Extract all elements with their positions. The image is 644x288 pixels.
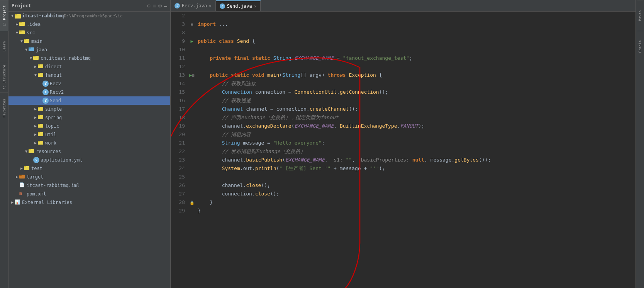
line-num-14: 14 xyxy=(171,79,185,88)
arrow-recv xyxy=(38,81,42,86)
gutter-9[interactable]: ▶ xyxy=(188,37,196,45)
arrow-pom xyxy=(15,192,19,196)
line-num-12: 12 xyxy=(171,62,185,71)
tree-item-src[interactable]: ▼ src xyxy=(8,29,170,37)
tree-label-fanout: fanout xyxy=(45,72,62,78)
tree-item-work[interactable]: ▶ work xyxy=(8,139,170,147)
brace-close-29: } xyxy=(198,207,201,215)
tree-item-direct[interactable]: ▶ direct xyxy=(8,62,170,71)
run-icon-13[interactable]: ▶ xyxy=(189,72,192,78)
line-num-11: 11 xyxy=(171,54,185,62)
tree-item-util[interactable]: ▶ util xyxy=(8,130,170,139)
code-line-3: import ... xyxy=(198,20,636,29)
gutter-3[interactable]: ⊞ xyxy=(188,20,196,29)
arrow-simple: ▶ xyxy=(33,107,38,111)
folder-icon-cn xyxy=(33,55,39,61)
line-num-27: 27 xyxy=(171,190,185,198)
structure-tab[interactable]: 7: Structure xyxy=(0,62,8,93)
yaml-file-icon: y xyxy=(33,157,39,163)
static-kw-13: static xyxy=(231,71,249,79)
minimize-icon[interactable]: — xyxy=(164,3,167,9)
tree-item-send[interactable]: C Send xyxy=(8,96,170,105)
tab-recv[interactable]: C Recv.java ✕ xyxy=(171,0,216,11)
favorites-tab[interactable]: Favorites xyxy=(0,93,8,123)
tree-item-test[interactable]: ▶ test xyxy=(8,164,170,173)
code-line-10 xyxy=(198,45,636,54)
right-tab-1[interactable]: Maven xyxy=(637,0,643,31)
tab-send[interactable]: C Send.java ✕ xyxy=(216,0,261,11)
arrow-direct: ▶ xyxy=(33,64,38,69)
code-line-14: // 获取到连接 xyxy=(198,79,636,88)
tree-item-resources[interactable]: ▼ resources xyxy=(8,147,170,156)
arrow-fanout: ▼ xyxy=(33,73,38,77)
tree-item-iml[interactable]: 📄 itcast-rabbitmq.iml xyxy=(8,181,170,190)
project-tab[interactable]: 1: Project xyxy=(0,0,8,31)
svg-rect-13 xyxy=(38,64,40,66)
learn-tab[interactable]: Learn xyxy=(0,31,8,62)
gutter-14 xyxy=(188,79,196,88)
code-line-23: channel . basicPublish ( EXCHANGE_NAME ,… xyxy=(198,156,636,164)
java-class-icon-send: C xyxy=(42,98,49,104)
collapse-icon[interactable]: ⊞ xyxy=(191,22,193,27)
iml-file-icon: 📄 xyxy=(19,182,25,189)
gutter-24 xyxy=(188,164,196,173)
tree-item-pom[interactable]: m pom.xml xyxy=(8,190,170,198)
gutter-10 xyxy=(188,45,196,54)
gutter-27 xyxy=(188,190,196,198)
menu-icon[interactable]: ≡ xyxy=(153,3,156,9)
code-lines[interactable]: import ... public class Send { xyxy=(196,12,636,288)
import-keyword: import xyxy=(198,20,216,29)
tab-label-recv: Recv.java xyxy=(182,3,207,8)
tab-close-recv[interactable]: ✕ xyxy=(209,3,212,8)
arrow-work: ▶ xyxy=(33,141,38,145)
settings-icon[interactable]: ⚙ xyxy=(158,3,161,9)
tree-label-recv2: Recv2 xyxy=(50,89,64,95)
connection-close-method: close xyxy=(255,190,270,198)
tree-item-root[interactable]: ▼ itcast-rabbitmq D:\AProgramWorkSpace\i… xyxy=(8,12,170,20)
tree-item-target[interactable]: ▶ target xyxy=(8,173,170,181)
tree-item-extlib[interactable]: ▶ 📊 External Libraries xyxy=(8,198,170,207)
tree-item-cn[interactable]: ▼ cn.itcast.rabbitmq xyxy=(8,54,170,62)
message-var-24: message xyxy=(340,164,361,173)
getbytes-method: getBytes xyxy=(454,156,479,164)
collapse-icon-13[interactable]: ⊟ xyxy=(192,73,195,77)
code-line-11: private final static String EXCHANGE_NAM… xyxy=(198,54,636,62)
tree-label-cn: cn.itcast.rabbitmq xyxy=(41,56,91,61)
tab-close-send[interactable]: ✕ xyxy=(254,4,257,9)
sync-icon[interactable]: ⊕ xyxy=(147,3,150,9)
tree-item-topic[interactable]: ▶ topic xyxy=(8,122,170,130)
tree-item-java[interactable]: ▼ java xyxy=(8,45,170,54)
tree-item-appyml[interactable]: y application.yml xyxy=(8,156,170,164)
final-kw: final xyxy=(234,54,249,62)
arrow-target: ▶ xyxy=(15,175,19,179)
gutter-13[interactable]: ▶ ⊟ xyxy=(188,71,196,79)
exception-class: Exception xyxy=(349,71,376,79)
line-num-10: 10 xyxy=(171,45,185,54)
tree-item-main[interactable]: ▼ main xyxy=(8,37,170,45)
arrow-util: ▶ xyxy=(33,132,38,137)
gutter-21 xyxy=(188,139,196,147)
arrow-appyml xyxy=(29,158,33,162)
comment-18: // 声明exchange（交换机），指定类型为fanout xyxy=(222,113,339,122)
channel-var: channel xyxy=(246,105,267,113)
exchange-name-ref: EXCHANGE_NAME xyxy=(294,122,334,130)
exchange-name-ref-23: EXCHANGE_NAME xyxy=(285,156,325,164)
run-icon-9[interactable]: ▶ xyxy=(190,39,193,44)
string-type-13: String xyxy=(282,71,300,79)
tab-bar: C Recv.java ✕ C Send.java ✕ xyxy=(171,0,636,12)
svg-rect-17 xyxy=(38,107,40,108)
tree-item-idea[interactable]: ▶ .idea xyxy=(8,20,170,29)
tree-item-recv2[interactable]: C Recv2 xyxy=(8,88,170,96)
tree-item-spring[interactable]: ▶ spring xyxy=(8,113,170,122)
code-line-2 xyxy=(198,12,636,20)
right-tab-2[interactable]: Gradle xyxy=(637,31,643,62)
tree-item-fanout[interactable]: ▼ fanout xyxy=(8,71,170,79)
code-line-9: public class Send { xyxy=(198,37,636,45)
tree-label-recv: Recv xyxy=(50,81,61,86)
folder-icon-target xyxy=(19,174,25,180)
arrow-send xyxy=(38,98,42,103)
tree-item-recv[interactable]: C Recv xyxy=(8,79,170,88)
tab-icon-recv: C xyxy=(175,3,180,8)
svg-rect-5 xyxy=(19,30,22,32)
tree-item-simple[interactable]: ▶ simple xyxy=(8,105,170,113)
